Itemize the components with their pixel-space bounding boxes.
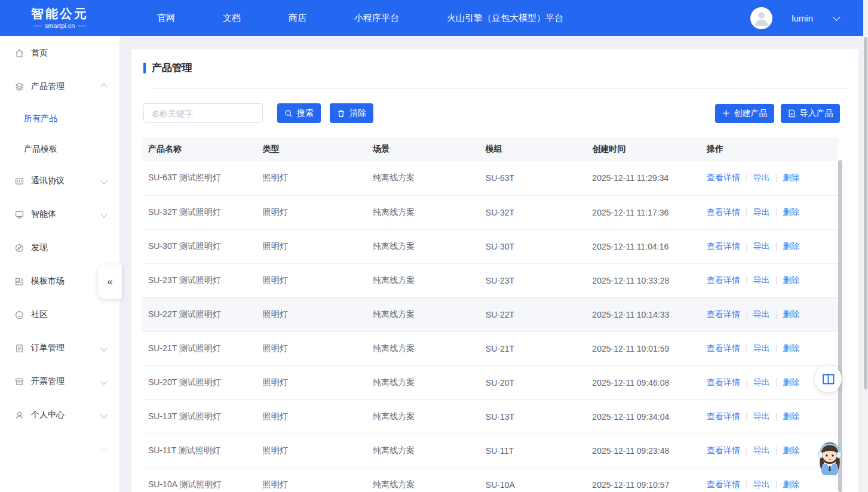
clear-button[interactable]: 清除 — [330, 103, 373, 123]
sidebar-item-label: 模板市场 — [31, 276, 65, 287]
sidebar-item-communication-protocol[interactable]: 通讯协议 — [0, 164, 119, 198]
nav-link-miniprogram-platform[interactable]: 小程序平台 — [354, 13, 399, 24]
delete-link[interactable]: 删除 — [783, 343, 799, 353]
view-details-link[interactable]: 查看详情 — [707, 207, 740, 217]
export-link[interactable]: 导出 — [753, 309, 770, 319]
cell-created-time: 2025-12-11 09:23:48 — [586, 433, 701, 468]
sidebar-item-invoice-management[interactable]: 开票管理 — [0, 365, 119, 398]
layout-icon — [14, 276, 24, 287]
sidebar-item-label: 发现 — [31, 242, 48, 253]
sidebar-item-label: 个人中心 — [31, 410, 65, 420]
nav-link-volcengine-platform[interactable]: 火山引擎（豆包大模型）平台 — [447, 13, 563, 24]
delete-link[interactable]: 删除 — [783, 275, 799, 285]
action-separator: | — [746, 241, 748, 251]
title-divider — [152, 88, 848, 89]
view-details-link[interactable]: 查看详情 — [707, 241, 740, 251]
export-link[interactable]: 导出 — [753, 479, 770, 489]
action-separator: | — [775, 275, 778, 285]
export-link[interactable]: 导出 — [753, 241, 770, 251]
user-avatar[interactable] — [750, 7, 772, 29]
cell-type: 照明灯 — [257, 331, 367, 365]
delete-link[interactable]: 删除 — [783, 241, 799, 251]
cell-type: 照明灯 — [257, 365, 367, 399]
action-separator: | — [746, 207, 748, 217]
chevron-down-icon — [100, 211, 107, 217]
table-row-highlighted: SU-22T 测试照明灯 照明灯 纯离线方案 SU-22T 2025-12-11… — [142, 297, 838, 331]
view-details-link[interactable]: 查看详情 — [707, 309, 740, 319]
delete-link[interactable]: 删除 — [783, 411, 799, 421]
view-details-link[interactable]: 查看详情 — [707, 445, 740, 455]
delete-link[interactable]: 删除 — [783, 173, 799, 182]
action-separator: | — [746, 343, 748, 353]
action-separator: | — [775, 309, 778, 319]
sidebar-item-all-products[interactable]: 所有产品 — [0, 103, 119, 134]
sidebar-item-extra[interactable] — [0, 432, 119, 465]
sidebar-item-agents[interactable]: 智能体 — [0, 198, 119, 231]
create-product-button[interactable]: 创建产品 — [715, 104, 774, 123]
sidebar-item-order-management[interactable]: 订单管理 — [0, 331, 119, 365]
export-link[interactable]: 导出 — [753, 207, 770, 217]
action-separator: | — [746, 479, 748, 489]
cell-product-name: SU-11T 测试照明灯 — [142, 433, 257, 468]
export-link[interactable]: 导出 — [753, 275, 770, 285]
table-row: SU-10A 测试照明灯 照明灯 纯离线方案 SU-10A 2025-12-11… — [142, 468, 838, 492]
view-details-link[interactable]: 查看详情 — [707, 275, 740, 285]
cell-module: SU-22T — [480, 297, 587, 331]
nav-link-official-site[interactable]: 官网 — [157, 13, 175, 24]
sidebar-subitem-label: 产品模板 — [24, 144, 57, 155]
cell-type: 照明灯 — [257, 229, 367, 263]
search-input[interactable] — [143, 103, 263, 123]
cell-module: SU-10A — [480, 468, 587, 492]
brand-subtitle: smartpi.cn — [33, 22, 87, 29]
sidebar-item-community[interactable]: 社区 — [0, 298, 119, 331]
action-separator: | — [775, 411, 778, 421]
nav-link-store[interactable]: 商店 — [289, 13, 306, 24]
export-link[interactable]: 导出 — [753, 411, 770, 421]
action-separator: | — [775, 479, 778, 489]
search-button[interactable]: 搜索 — [277, 103, 321, 123]
delete-link[interactable]: 删除 — [783, 377, 799, 387]
view-details-link[interactable]: 查看详情 — [707, 411, 740, 421]
export-link[interactable]: 导出 — [753, 173, 770, 182]
page-scrollbar-track[interactable] — [863, 0, 868, 492]
assistant-mascot[interactable] — [814, 439, 846, 476]
delete-link[interactable]: 删除 — [783, 207, 799, 217]
delete-link[interactable]: 删除 — [783, 309, 799, 319]
import-product-button[interactable]: 导入产品 — [781, 104, 840, 123]
user-icon — [14, 410, 24, 420]
docs-float-button[interactable] — [815, 365, 842, 392]
view-details-link[interactable]: 查看详情 — [707, 377, 740, 387]
export-link[interactable]: 导出 — [753, 343, 770, 353]
view-details-link[interactable]: 查看详情 — [707, 343, 740, 353]
cell-created-time: 2025-12-11 11:17:36 — [586, 195, 701, 229]
column-header-actions: 操作 — [701, 137, 838, 161]
smiley-icon — [14, 310, 24, 320]
sidebar-item-personal-center[interactable]: 个人中心 — [0, 398, 119, 432]
export-link[interactable]: 导出 — [753, 445, 770, 455]
column-header-created-time: 创建时间 — [586, 137, 701, 161]
sidebar-item-home[interactable]: 首页 — [0, 36, 119, 70]
cell-type: 照明灯 — [257, 468, 367, 492]
chevron-down-icon — [100, 411, 107, 418]
delete-link[interactable]: 删除 — [783, 479, 799, 489]
table-row: SU-63T 测试照明灯 照明灯 纯离线方案 SU-63T 2025-12-11… — [142, 161, 838, 195]
column-header-module: 模组 — [480, 137, 587, 161]
chevron-down-icon — [100, 177, 107, 184]
cell-module: SU-13T — [480, 399, 587, 433]
view-details-link[interactable]: 查看详情 — [707, 173, 740, 182]
sidebar-collapse-button[interactable]: « — [98, 265, 122, 299]
delete-link[interactable]: 删除 — [783, 445, 799, 455]
username-label[interactable]: lumin — [792, 13, 813, 23]
view-details-link[interactable]: 查看详情 — [707, 479, 740, 489]
page-scrollbar-thumb[interactable] — [864, 37, 867, 389]
brand-logo[interactable]: 智能公元 smartpi.cn — [24, 7, 96, 29]
nav-link-docs[interactable]: 文档 — [223, 13, 241, 24]
sidebar-item-product-management[interactable]: 产品管理 — [0, 70, 119, 103]
sidebar-item-product-templates[interactable]: 产品模板 — [0, 134, 119, 164]
sidebar-item-discover[interactable]: 发现 — [0, 231, 119, 265]
export-link[interactable]: 导出 — [753, 377, 770, 387]
chevron-down-icon[interactable] — [833, 13, 841, 21]
plus-icon — [722, 109, 730, 117]
sidebar-item-label: 通讯协议 — [31, 176, 65, 186]
search-button-label: 搜索 — [297, 108, 314, 119]
